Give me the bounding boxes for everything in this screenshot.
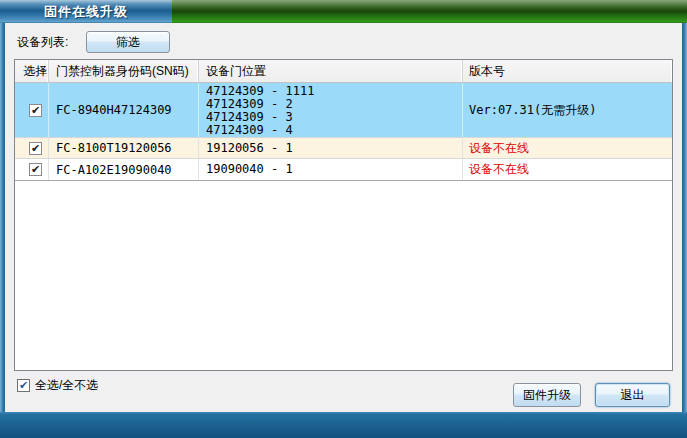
row-sn-cell: FC-8100T19120056	[49, 138, 199, 158]
window-border-left	[0, 23, 5, 412]
title-bar-green-strip	[172, 0, 687, 23]
column-header-doors[interactable]: 设备门位置	[199, 60, 463, 82]
row-version-cell: Ver:07.31(无需升级)	[463, 83, 672, 137]
column-header-version[interactable]: 版本号	[463, 60, 672, 82]
row-version-cell: 设备不在线	[463, 159, 672, 180]
table-header-row: 选择 门禁控制器身份码(SN码) 设备门位置 版本号	[15, 60, 672, 83]
window-border-right	[682, 23, 687, 412]
window-border-bottom	[0, 412, 687, 438]
table-row[interactable]: ✔ FC-8100T19120056 19120056 - 1 设备不在线	[15, 138, 672, 159]
row-doors-cell: 19090040 - 1	[199, 159, 463, 180]
select-all-label[interactable]: 全选/全不选	[35, 377, 98, 394]
firmware-upgrade-window: { "window": { "title": "固件在线升级" }, "icon…	[0, 0, 687, 438]
row-sn-cell: FC-8940H47124309	[49, 83, 199, 137]
select-all-checkbox[interactable]: ✔	[17, 379, 30, 392]
row-doors-cell: 47124309 - 1111 47124309 - 2 47124309 - …	[199, 83, 463, 137]
row-select-cell: ✔	[15, 138, 49, 158]
row-select-cell: ✔	[15, 159, 49, 180]
check-icon: ✔	[31, 164, 40, 175]
device-list-label: 设备列表:	[17, 34, 68, 51]
row-version-cell: 设备不在线	[463, 138, 672, 158]
row-select-cell: ✔	[15, 83, 49, 137]
filter-button[interactable]: 筛选	[86, 31, 170, 53]
exit-button[interactable]: 退出	[595, 383, 670, 407]
select-all-control: ✔ 全选/全不选	[17, 377, 98, 394]
row-checkbox[interactable]: ✔	[29, 104, 42, 117]
row-checkbox[interactable]: ✔	[29, 163, 42, 176]
row-sn-cell: FC-A102E19090040	[49, 159, 199, 180]
column-header-sn[interactable]: 门禁控制器身份码(SN码)	[49, 60, 199, 82]
check-icon: ✔	[31, 143, 40, 154]
check-icon: ✔	[19, 380, 28, 391]
firmware-upgrade-button[interactable]: 固件升级	[513, 383, 581, 407]
title-bar: 固件在线升级	[0, 0, 687, 23]
device-table: 选择 门禁控制器身份码(SN码) 设备门位置 版本号 ✔ FC-8940H471…	[14, 59, 673, 371]
check-icon: ✔	[31, 105, 40, 116]
column-header-select[interactable]: 选择	[15, 60, 49, 82]
title-tab: 固件在线升级	[0, 0, 172, 23]
window-title: 固件在线升级	[44, 3, 128, 21]
table-row[interactable]: ✔ FC-A102E19090040 19090040 - 1 设备不在线	[15, 159, 672, 181]
table-row[interactable]: ✔ FC-8940H47124309 47124309 - 1111 47124…	[15, 83, 672, 138]
row-doors-cell: 19120056 - 1	[199, 138, 463, 158]
row-checkbox[interactable]: ✔	[29, 142, 42, 155]
